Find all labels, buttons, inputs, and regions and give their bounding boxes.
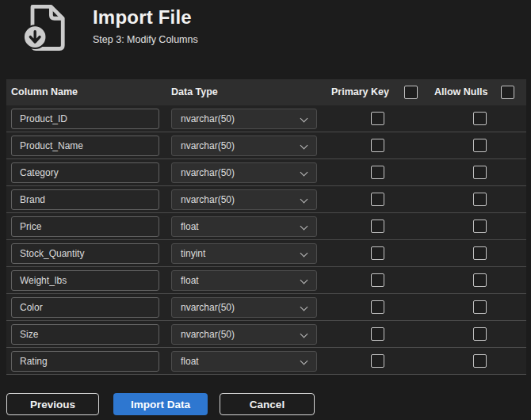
chevron-down-icon (301, 116, 308, 122)
file-download-icon (19, 2, 73, 55)
column-header-allow-nulls: Allow Nulls (434, 79, 487, 105)
primary-key-checkbox[interactable] (371, 246, 384, 260)
data-type-value: nvarchar(50) (172, 167, 235, 178)
table-row: nvarchar(50) (6, 186, 526, 213)
table-row: float (6, 213, 526, 240)
table-row: nvarchar(50) (6, 321, 526, 348)
allow-nulls-checkbox[interactable] (473, 300, 487, 314)
data-type-select[interactable]: float (171, 270, 317, 291)
chevron-down-icon (301, 223, 308, 230)
primary-key-checkbox[interactable] (371, 300, 384, 314)
allow-nulls-checkbox[interactable] (473, 112, 487, 125)
chevron-down-icon (301, 250, 308, 257)
chevron-down-icon (301, 277, 308, 284)
allow-nulls-checkbox[interactable] (473, 246, 487, 260)
allow-nulls-checkbox[interactable] (473, 220, 487, 233)
column-name-input[interactable] (11, 297, 159, 318)
primary-key-checkbox[interactable] (371, 354, 384, 368)
cancel-button[interactable]: Cancel (220, 393, 315, 415)
data-type-select[interactable]: nvarchar(50) (171, 109, 317, 129)
primary-key-checkbox[interactable] (371, 327, 384, 341)
data-type-value: float (172, 356, 199, 367)
column-name-input[interactable] (11, 243, 159, 264)
column-name-input[interactable] (11, 189, 159, 210)
table-row: float (6, 267, 526, 294)
chevron-down-icon (301, 304, 308, 311)
column-name-input[interactable] (11, 324, 159, 345)
table-row: tinyint (6, 240, 526, 267)
table-row: float (6, 348, 526, 375)
data-type-value: float (172, 221, 199, 232)
column-name-input[interactable] (11, 270, 159, 291)
column-header-name: Column Name (11, 79, 78, 105)
column-name-input[interactable] (11, 351, 159, 372)
action-bar: Previous Import Data Cancel (6, 375, 526, 420)
allow-nulls-checkbox[interactable] (473, 327, 487, 341)
data-type-select[interactable]: nvarchar(50) (171, 162, 317, 183)
column-header-primary-key: Primary Key (331, 79, 389, 105)
page-header: Import File Step 3: Modify Columns (0, 0, 531, 79)
import-data-button[interactable]: Import Data (113, 393, 208, 415)
primary-key-checkbox[interactable] (371, 273, 384, 287)
data-type-value: tinyint (172, 248, 205, 259)
primary-key-checkbox[interactable] (371, 193, 384, 206)
data-type-value: nvarchar(50) (172, 113, 235, 124)
allow-nulls-select-all-checkbox[interactable] (501, 86, 514, 99)
data-type-value: nvarchar(50) (172, 329, 235, 340)
primary-key-select-all-checkbox[interactable] (404, 86, 418, 99)
column-header-data-type: Data Type (171, 79, 218, 105)
column-name-input[interactable] (11, 109, 159, 129)
chevron-down-icon (301, 197, 308, 203)
primary-key-checkbox[interactable] (371, 112, 384, 125)
column-name-input[interactable] (11, 216, 159, 237)
allow-nulls-checkbox[interactable] (473, 139, 487, 152)
page-title: Import File (93, 6, 198, 29)
column-name-input[interactable] (11, 162, 159, 183)
data-type-value: nvarchar(50) (172, 140, 235, 151)
data-type-select[interactable]: float (171, 216, 317, 237)
table-row: nvarchar(50) (6, 294, 526, 321)
allow-nulls-checkbox[interactable] (473, 354, 487, 368)
data-type-select[interactable]: nvarchar(50) (171, 136, 317, 156)
table-row: nvarchar(50) (6, 105, 526, 132)
column-name-input[interactable] (11, 136, 159, 156)
table-row: nvarchar(50) (6, 159, 526, 186)
allow-nulls-checkbox[interactable] (473, 166, 487, 179)
data-type-select[interactable]: nvarchar(50) (171, 297, 317, 318)
chevron-down-icon (301, 358, 308, 365)
chevron-down-icon (301, 331, 308, 338)
previous-button[interactable]: Previous (6, 393, 99, 415)
allow-nulls-checkbox[interactable] (473, 273, 487, 287)
data-type-value: nvarchar(50) (172, 302, 235, 313)
data-type-select[interactable]: nvarchar(50) (171, 324, 317, 345)
data-type-value: nvarchar(50) (172, 194, 235, 205)
table-body: nvarchar(50) nvarchar(50) nvarchar(50) n… (6, 105, 526, 375)
data-type-select[interactable]: tinyint (171, 243, 317, 264)
table-header-row: Column Name Data Type Primary Key Allow … (6, 79, 526, 105)
table-row: nvarchar(50) (6, 132, 526, 159)
primary-key-checkbox[interactable] (371, 166, 384, 179)
primary-key-checkbox[interactable] (371, 220, 384, 233)
data-type-select[interactable]: nvarchar(50) (171, 189, 317, 210)
columns-table: Column Name Data Type Primary Key Allow … (6, 79, 526, 375)
chevron-down-icon (301, 170, 308, 176)
primary-key-checkbox[interactable] (371, 139, 384, 152)
data-type-value: float (172, 275, 199, 286)
data-type-select[interactable]: float (171, 351, 317, 372)
chevron-down-icon (301, 143, 308, 149)
step-subtitle: Step 3: Modify Columns (93, 34, 198, 45)
allow-nulls-checkbox[interactable] (473, 193, 487, 206)
